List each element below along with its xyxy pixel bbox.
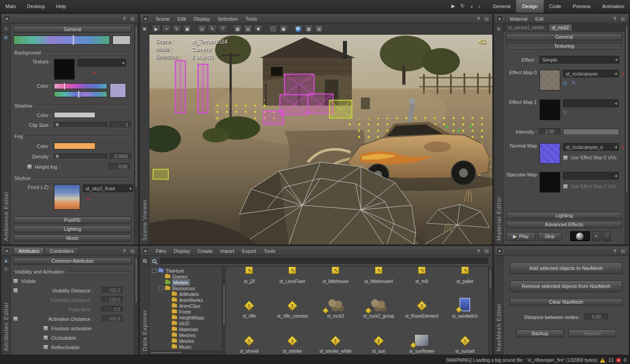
panel-dock-icon[interactable]: ■ — [4, 247, 10, 254]
clip-size-slider[interactable] — [54, 122, 107, 128]
effect-map1-thumbnail[interactable] — [540, 99, 560, 120]
music-section-button[interactable]: Music — [14, 234, 131, 242]
tree-item-fonts[interactable]: Fonts — [149, 309, 222, 315]
tree-horizontal-scrollbar[interactable] — [149, 351, 222, 355]
shaded-view-button[interactable] — [294, 25, 303, 33]
texturing-section-button[interactable]: Texturing — [506, 42, 622, 49]
stop-material-button[interactable]: Stop — [538, 232, 562, 241]
distance-between-nodes-field[interactable]: 0.50 — [585, 314, 608, 320]
tree-item-resources[interactable]: −Resources — [149, 285, 222, 291]
help-icon[interactable]: ? — [474, 16, 483, 22]
scale-tool-button[interactable]: ▣ — [183, 25, 192, 33]
visibility-distance-checkbox[interactable] — [13, 288, 18, 293]
asset-st-pallet[interactable]: st_pallet — [443, 267, 486, 285]
asset-st-littlehouse[interactable]: st_littlehouse — [314, 267, 357, 285]
help-icon[interactable]: ? — [611, 248, 619, 254]
visible-checkbox[interactable] — [13, 279, 18, 283]
person-icon[interactable]: ♟ — [3, 257, 9, 264]
tab-general[interactable]: General — [487, 0, 516, 13]
asset-st-rock2-group[interactable]: st_rock2_group — [357, 285, 400, 320]
panel-menu-icon[interactable]: ▤ — [129, 248, 136, 253]
remove-skybox-icon[interactable]: × — [86, 197, 133, 202]
background-texture-dropdown[interactable] — [77, 59, 126, 67]
rotate-tool-button[interactable]: ↻ — [172, 25, 181, 33]
material-sphere-icon[interactable]: ● — [495, 25, 502, 32]
asset-st-ropeelement[interactable]: st_RopeElement — [400, 285, 443, 320]
ambient-color-swatch[interactable] — [112, 36, 130, 45]
general-section-button[interactable]: General — [14, 26, 131, 33]
frustum-activation-checkbox[interactable] — [43, 326, 48, 331]
tree-scrollbar[interactable] — [222, 267, 226, 355]
play-material-button[interactable]: ▶Play — [506, 232, 536, 241]
activation-distance-checkbox[interactable] — [13, 316, 18, 321]
panel-menu-icon[interactable]: ▤ — [620, 16, 626, 21]
clear-navmesh-button[interactable]: Clear NavMesh — [510, 298, 622, 306]
edit-menu[interactable]: Edit — [174, 15, 189, 22]
common-attributes-button[interactable]: Common Attributes — [14, 257, 131, 265]
select-tool-button[interactable]: ▶ — [152, 25, 161, 33]
intensity-slider[interactable] — [563, 129, 619, 135]
normal-map-thumbnail[interactable] — [540, 143, 560, 164]
scroll-thumb[interactable] — [135, 26, 138, 188]
occludable-checkbox[interactable] — [43, 335, 48, 340]
tree-item-heightmaps[interactable]: HeightMaps — [149, 315, 222, 320]
panel-dock-icon[interactable]: ■ — [496, 247, 503, 254]
graph-view-button[interactable]: ▦ — [233, 25, 242, 33]
effect-map0-thumbnail[interactable] — [540, 70, 560, 90]
tab-controllers[interactable]: Controllers — [45, 247, 78, 255]
tree-item-materials[interactable]: Materials — [149, 326, 222, 332]
menu-help[interactable]: Help — [50, 0, 72, 13]
tree-item-thehunt[interactable]: −TheHunt — [149, 268, 222, 274]
clip-size-field[interactable]: 1 — [110, 121, 130, 128]
tree-item-meshes[interactable]: Meshes — [149, 332, 222, 338]
tree-item-aimodels[interactable]: AIModels — [149, 291, 222, 297]
step-end-icon[interactable]: » — [470, 4, 473, 9]
tools-menu[interactable]: Tools — [242, 15, 261, 22]
paint-tool-button[interactable]: ✎ — [208, 25, 217, 33]
play-icon[interactable]: ▶ — [451, 3, 455, 9]
asset-st-sandwitch[interactable]: st_sandwitch — [443, 285, 486, 320]
box-display-button[interactable]: ▢ — [269, 25, 278, 33]
advanced-effects-section-button[interactable]: Advanced Effects — [506, 221, 622, 228]
loop-icon[interactable]: ↻ — [460, 3, 464, 9]
tree-item-models[interactable]: Models — [149, 279, 222, 285]
specular-map-dropdown[interactable] — [563, 172, 619, 180]
panel-dock-icon[interactable]: ■ — [142, 15, 149, 22]
height-fog-checkbox[interactable] — [27, 164, 32, 169]
visibility-distance-field[interactable]: 100.0 — [102, 287, 122, 294]
tree-item-animbanks[interactable]: AnimBanks — [149, 297, 222, 303]
scene-menu[interactable]: Scene — [152, 15, 173, 22]
error-icon[interactable]: × — [616, 358, 621, 363]
material-menu[interactable]: Material — [506, 15, 531, 22]
asset-st-sunflower[interactable]: st_sunflower — [400, 319, 443, 355]
effect-map1-dropdown[interactable] — [563, 99, 619, 107]
fadeout-distance-field[interactable]: 125.0 — [102, 297, 122, 303]
scroll-thumb[interactable] — [150, 351, 182, 354]
help-icon[interactable]: ? — [120, 16, 129, 22]
panel-menu-icon[interactable]: ▤ — [483, 248, 490, 253]
remove-texture-icon[interactable]: × — [93, 70, 130, 76]
asset-st-smoke-white[interactable]: st_smoke_white — [314, 319, 357, 355]
ambience-scrollbar[interactable] — [134, 24, 138, 244]
normal-uv-checkbox[interactable] — [563, 155, 568, 160]
color-hue-bar[interactable] — [54, 83, 107, 89]
asset-st-mill[interactable]: st_mill — [400, 267, 443, 285]
height-fog-field[interactable]: 0.00 — [109, 163, 130, 170]
preview-mode-button[interactable]: ▪ — [603, 231, 611, 241]
help-icon[interactable]: ? — [120, 248, 129, 254]
backup-button[interactable]: Backup — [516, 329, 564, 337]
uv-edit-icon[interactable]: ◎ — [563, 80, 567, 86]
asset-st-lensflare[interactable]: st_LensFlare — [271, 267, 314, 285]
stats-toggle-button[interactable]: ▥ — [315, 25, 324, 33]
import-menu[interactable]: Import — [216, 247, 238, 255]
move-tool-button[interactable]: + — [162, 25, 171, 33]
3d-viewport[interactable]: Scene :st_Terrain1024 Mode :Camera Selec… — [149, 35, 492, 244]
remove-from-navmesh-button[interactable]: Remove selected objects from NavMesh — [510, 280, 622, 292]
tool-icon[interactable]: ⚿ — [3, 266, 9, 273]
remove-map0-icon[interactable]: × — [621, 71, 624, 76]
boxes-display-button[interactable]: ▣ — [279, 25, 288, 33]
material-preview-button[interactable] — [570, 231, 590, 241]
tab-st-cactus1-vertex[interactable]: st_cactus1_vertex — [504, 24, 548, 31]
panel-menu-icon[interactable]: ▤ — [620, 248, 626, 253]
menu-desktop[interactable]: Desktop — [22, 0, 50, 13]
